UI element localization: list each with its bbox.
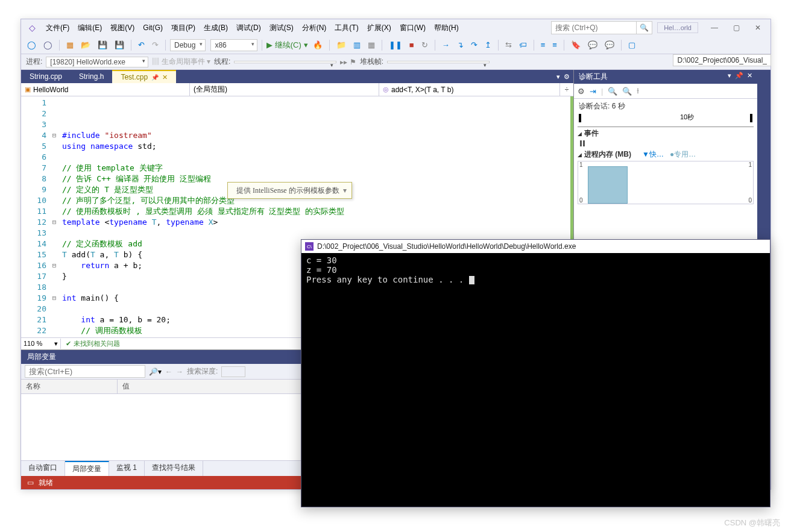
menu-item[interactable]: 扩展(X) xyxy=(363,22,396,34)
events-section[interactable]: ◢事件 xyxy=(574,127,757,140)
panel-dropdown-icon[interactable]: ▾ xyxy=(728,72,731,82)
editor-tab[interactable]: String.cpp xyxy=(21,70,71,83)
diag-title: 诊断工具 ▾ 📌 ✕ xyxy=(574,70,757,84)
editor-tab-active[interactable]: Test.cpp 📌 ✕ xyxy=(112,70,176,83)
bottom-tab[interactable]: 自动窗口 xyxy=(21,461,65,476)
timeline[interactable]: 10秒 xyxy=(578,114,754,127)
console-titlebar[interactable]: C\ D:\002_Project\006_Visual_Studio\Hell… xyxy=(301,240,770,253)
platform-combo[interactable]: x86 xyxy=(210,39,257,51)
locals-search-input[interactable] xyxy=(25,365,145,378)
menu-item[interactable]: Git(G) xyxy=(139,22,167,34)
indent-icon[interactable]: ≡ xyxy=(538,39,548,51)
new-item-icon[interactable]: ▦ xyxy=(64,39,76,51)
menu-item[interactable]: 编辑(E) xyxy=(74,22,106,34)
export-icon[interactable]: ⇥ xyxy=(590,87,596,96)
pin-icon[interactable]: 📌 xyxy=(151,74,159,81)
zoom-reset-icon[interactable]: 🔍 xyxy=(622,87,632,96)
bookmark-icon[interactable]: 🔖 xyxy=(569,39,583,51)
editor-tabstrip: String.cpp String.h Test.cpp 📌 ✕ ▾ ⚙ xyxy=(21,70,573,83)
step-over-icon[interactable]: ↷ xyxy=(468,39,480,51)
console-window: C\ D:\002_Project\006_Visual_Studio\Hell… xyxy=(301,239,771,507)
save-all-icon[interactable]: 💾 xyxy=(112,39,127,51)
quick-search[interactable]: 🔍 xyxy=(551,21,652,34)
panel-close-icon[interactable]: ✕ xyxy=(747,72,752,82)
menu-item[interactable]: 帮助(H) xyxy=(430,22,463,34)
window-icon[interactable]: ▥ xyxy=(351,39,363,51)
process-combo[interactable]: [19820] HelloWorld.exe xyxy=(46,57,148,67)
stop-icon[interactable]: ■ xyxy=(407,39,417,51)
intellisense-tooltip[interactable]: 提供 IntelliSense 的示例模板参数▾ xyxy=(227,182,352,199)
project-combo[interactable]: ▣HelloWorld xyxy=(21,83,190,96)
outline-margin[interactable]: ⊟ ⊟ ⊟ ⊟ xyxy=(50,96,58,337)
pause-icon[interactable]: ❚❚ xyxy=(386,39,405,51)
zoom-combo[interactable]: 110 %▾ xyxy=(21,339,61,349)
menu-item[interactable]: 项目(P) xyxy=(167,22,200,34)
continue-button[interactable]: ▶ 继续(C) ▾ xyxy=(266,40,308,51)
bottom-tab[interactable]: 局部变量 xyxy=(65,461,109,476)
zoom-in-icon[interactable]: 🔍 xyxy=(608,87,617,96)
close-tab-icon[interactable]: ✕ xyxy=(162,74,168,81)
nav-prev-icon[interactable]: ← xyxy=(165,368,172,376)
show-next-icon[interactable]: → xyxy=(440,39,452,51)
hot-reload-icon[interactable]: 🔥 xyxy=(310,39,325,51)
search-icon[interactable]: 🔍 xyxy=(636,22,652,34)
step-into-icon[interactable]: ↴ xyxy=(455,39,466,51)
process-label: 进程: xyxy=(26,57,42,67)
open-icon[interactable]: 📂 xyxy=(78,39,93,51)
box-icon[interactable]: ▢ xyxy=(626,39,638,51)
editor-tab[interactable]: String.h xyxy=(71,70,112,83)
memory-section[interactable]: ◢进程内存 (MB) ▼快… ●专用… xyxy=(574,148,757,161)
tab-dropdown-icon[interactable]: ▾ xyxy=(556,73,560,81)
grid-icon[interactable]: ▦ xyxy=(365,39,377,51)
thread-combo[interactable] xyxy=(234,61,336,63)
search-go-icon[interactable]: 🔎▾ xyxy=(149,368,162,376)
menu-item[interactable]: 测试(S) xyxy=(265,22,298,34)
maximize-button[interactable]: ▢ xyxy=(726,20,746,35)
step-out-icon[interactable]: ↥ xyxy=(482,39,494,51)
menu-item[interactable]: 调试(D) xyxy=(232,22,265,34)
uncomment-icon[interactable]: 💬 xyxy=(602,39,617,51)
menu-item[interactable]: 窗口(W) xyxy=(396,22,430,34)
function-combo[interactable]: ◎add<T, X>(T a, T b) xyxy=(379,83,560,96)
comment-icon[interactable]: 💬 xyxy=(585,39,600,51)
nav-next-icon[interactable]: → xyxy=(176,368,183,376)
vs-logo-icon: ◇ xyxy=(24,22,40,34)
bottom-tab[interactable]: 查找符号结果 xyxy=(145,461,203,476)
minimize-button[interactable]: — xyxy=(704,20,725,35)
folder-icon[interactable]: 📁 xyxy=(334,39,348,51)
split-editor-icon[interactable]: ÷ xyxy=(560,83,573,96)
quick-search-input[interactable] xyxy=(552,23,636,32)
tab-settings-icon[interactable]: ⚙ xyxy=(564,73,570,81)
restart-icon[interactable]: ↻ xyxy=(419,39,430,51)
gear-icon[interactable]: ⚙ xyxy=(578,87,585,96)
tag-icon[interactable]: 🏷 xyxy=(517,39,529,51)
console-title-text: D:\002_Project\006_Visual_Studio\HelloWo… xyxy=(317,242,576,251)
menu-item[interactable]: 分析(N) xyxy=(298,22,331,34)
console-output[interactable]: c = 30 z = 70 Press any key to continue … xyxy=(301,253,770,507)
menu-item[interactable]: 工具(T) xyxy=(330,22,362,34)
scope-combo[interactable]: (全局范围) xyxy=(190,83,379,96)
chart-icon[interactable]: ⫲ xyxy=(637,86,639,96)
line-numbers: 12345678910111213141516171819202122 xyxy=(21,96,50,337)
nav-back-icon[interactable]: ◯ xyxy=(25,39,39,51)
outdent-icon[interactable]: ≡ xyxy=(550,39,559,51)
config-combo[interactable]: Debug xyxy=(170,39,206,51)
save-icon[interactable]: 💾 xyxy=(95,39,110,51)
issues-status[interactable]: ✔ 未找到相关问题 xyxy=(61,338,125,349)
console-icon: C\ xyxy=(305,242,314,251)
panel-pin-icon[interactable]: 📌 xyxy=(735,72,743,82)
menu-item[interactable]: 文件(F) xyxy=(42,22,74,34)
flags-icon[interactable]: ▸▸ ⚑ xyxy=(340,58,356,66)
stackframe-combo[interactable] xyxy=(387,61,490,63)
bottom-tab[interactable]: 监视 1 xyxy=(109,461,145,476)
sync-icon[interactable]: ⇆ xyxy=(503,39,514,51)
menu-item[interactable]: 生成(B) xyxy=(200,22,232,34)
menu-item[interactable]: 视图(V) xyxy=(106,22,139,34)
depth-combo[interactable] xyxy=(221,366,245,377)
stackframe-label: 堆栈帧: xyxy=(360,57,383,67)
undo-icon[interactable]: ↶ xyxy=(136,39,147,51)
close-button[interactable]: ✕ xyxy=(748,20,768,35)
nav-fwd-icon[interactable]: ◯ xyxy=(41,39,55,51)
redo-icon[interactable]: ↷ xyxy=(150,39,161,51)
col-name[interactable]: 名称 xyxy=(21,380,118,393)
